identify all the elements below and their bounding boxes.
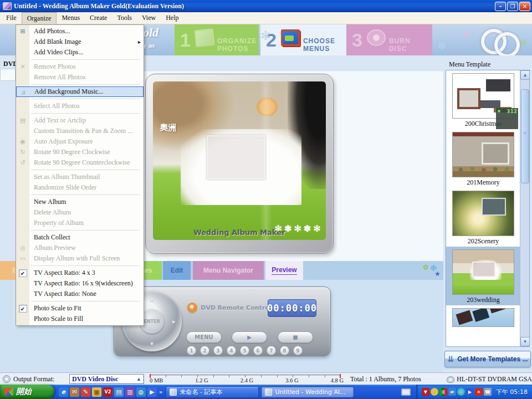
quicklaunch-paint-icon[interactable]: ✎ bbox=[81, 387, 90, 397]
tray-network-icon[interactable]: ⇄ bbox=[448, 388, 456, 396]
menu-item[interactable]: ▭ Display Album with Full Screen bbox=[16, 253, 144, 264]
template-item[interactable]: 201Memory bbox=[446, 129, 520, 188]
number-button[interactable]: 5 bbox=[240, 346, 249, 355]
menubar-file[interactable]: File bbox=[1, 12, 22, 24]
menu-item[interactable]: Add Video Clips... bbox=[16, 47, 144, 58]
get-more-templates-button[interactable]: ⇊ Get More Templates ... bbox=[444, 351, 531, 367]
menu-item-label: Display Album with Full Screen bbox=[29, 254, 141, 263]
tray-disabled-icon[interactable]: ✕ bbox=[475, 388, 483, 396]
menubar-tools[interactable]: Tools bbox=[112, 12, 137, 24]
number-button[interactable]: 8 bbox=[280, 346, 289, 355]
quicklaunch-antivirus-icon[interactable]: V2 bbox=[103, 387, 112, 397]
menu-item[interactable]: Add Blank Image ▸ bbox=[16, 37, 144, 47]
scale-label: 3.6 G bbox=[285, 377, 298, 383]
task-wedding-album-maker[interactable]: Untitled - Wedding Al... bbox=[261, 386, 354, 398]
menu-item[interactable]: ✕ Remove Photos bbox=[16, 62, 144, 72]
menu-item[interactable]: ◉ Auto Adjust Exposure bbox=[16, 136, 144, 147]
template-thumbnail[interactable] bbox=[452, 132, 514, 177]
template-item[interactable]: 200Christmas 312 bbox=[446, 70, 520, 129]
menu-item[interactable] bbox=[16, 228, 144, 232]
tray-alert-icon[interactable]: ▼ bbox=[422, 388, 429, 396]
template-thumbnail[interactable] bbox=[452, 191, 514, 236]
quicklaunch-ie-icon[interactable]: e bbox=[59, 387, 68, 397]
thumbnail-selection-rect[interactable] bbox=[207, 135, 265, 180]
menu-button[interactable]: MENU bbox=[186, 331, 222, 343]
tray-meter-icon[interactable]: ≣ bbox=[439, 388, 447, 396]
menu-item[interactable]: Property of Album bbox=[16, 218, 144, 228]
quicklaunch-mail-icon[interactable]: ✉ bbox=[70, 387, 79, 397]
menu-item[interactable]: Photo Scale to Fill bbox=[16, 314, 144, 324]
tray-status-icon[interactable]: ☉ bbox=[431, 388, 438, 396]
menubar-menus[interactable]: Menus bbox=[57, 12, 85, 24]
menu-item[interactable]: Batch Collect bbox=[16, 232, 144, 243]
dpad-right-icon[interactable]: ► bbox=[171, 319, 177, 325]
template-item[interactable]: 203wedding bbox=[446, 247, 520, 305]
language-keyboard-icon[interactable] bbox=[401, 388, 411, 396]
task-notepad[interactable]: 未命名 - 記事本 bbox=[166, 386, 259, 398]
menubar-create[interactable]: Create bbox=[85, 12, 112, 24]
menu-item[interactable] bbox=[16, 168, 144, 172]
menu-item[interactable]: ⊞ Add Photos... bbox=[16, 26, 144, 37]
scrollbar-thumb[interactable] bbox=[521, 89, 529, 183]
quicklaunch-media-player-icon[interactable]: ▶ bbox=[147, 387, 157, 397]
menubar-help[interactable]: Help bbox=[161, 12, 183, 24]
menu-item[interactable] bbox=[16, 264, 144, 268]
output-format-dropdown[interactable]: DVD Video Disc ▲ bbox=[69, 374, 144, 384]
menu-item[interactable]: Delete Album bbox=[16, 207, 144, 218]
number-button[interactable]: 2 bbox=[200, 346, 209, 355]
dpad-down-icon[interactable]: ▼ bbox=[149, 341, 155, 347]
menu-item[interactable]: TV Aspect Ratio: None bbox=[16, 289, 144, 299]
menu-item[interactable]: ↻ Rotate 90 Degree Clockwise bbox=[16, 147, 144, 157]
menu-item[interactable] bbox=[16, 111, 144, 115]
menu-item[interactable]: ✔ TV Aspect Ratio: 4 x 3 bbox=[16, 268, 144, 278]
template-listbox: 200Christmas 312 201Memory 202Scenery 20… bbox=[446, 70, 530, 347]
template-thumbnail[interactable] bbox=[452, 249, 514, 295]
quicklaunch-browser-icon[interactable]: ◍ bbox=[136, 387, 146, 397]
number-button[interactable]: 3 bbox=[213, 346, 223, 355]
menu-item[interactable]: New Album bbox=[16, 197, 144, 207]
template-item[interactable]: 202Scenery bbox=[446, 188, 520, 247]
menu-item[interactable]: Select All Photos bbox=[16, 101, 144, 111]
close-button[interactable]: ✕ bbox=[519, 2, 530, 11]
menu-item[interactable]: ♫ Add Background Music... bbox=[16, 86, 144, 97]
quicklaunch-reader-icon[interactable]: ▥ bbox=[125, 387, 135, 397]
menubar-organize[interactable]: Organize bbox=[22, 12, 57, 24]
dpad-up-icon[interactable]: ▲ bbox=[149, 296, 155, 302]
menu-item[interactable]: ▤ Add Text or Artclip bbox=[16, 115, 144, 126]
stop-button[interactable]: ■ bbox=[278, 331, 313, 343]
scrollbar[interactable]: ▲ ▼ bbox=[520, 70, 529, 346]
menu-item[interactable]: ◎ Album Preview bbox=[16, 243, 144, 253]
menu-item[interactable]: Randomize Slide Order bbox=[16, 182, 144, 193]
scroll-up-icon[interactable]: ▲ bbox=[520, 70, 530, 80]
number-button[interactable]: 4 bbox=[227, 346, 236, 355]
play-button[interactable]: ▶ bbox=[232, 331, 267, 343]
template-thumbnail[interactable] bbox=[452, 308, 514, 327]
quicklaunch-folder-icon[interactable]: ▣ bbox=[92, 387, 101, 397]
tray-device-icon[interactable]: ☎ bbox=[484, 388, 492, 396]
quicklaunch-overflow-icon[interactable]: » bbox=[159, 389, 162, 395]
menu-item[interactable] bbox=[16, 83, 144, 86]
menu-item[interactable]: Remove All Photos bbox=[16, 72, 144, 83]
menu-item[interactable]: ✔ Photo Scale to Fit bbox=[16, 303, 144, 314]
menubar-view[interactable]: View bbox=[137, 12, 161, 24]
menu-item[interactable] bbox=[16, 193, 144, 197]
menu-item[interactable]: Set as Album Thumbnail bbox=[16, 172, 144, 182]
tray-messenger-icon[interactable] bbox=[457, 388, 465, 396]
tray-media-icon[interactable]: ▶ bbox=[466, 388, 474, 396]
quicklaunch-document-icon[interactable]: ▤ bbox=[114, 387, 124, 397]
template-item[interactable] bbox=[446, 305, 520, 327]
menu-item[interactable] bbox=[16, 299, 144, 303]
menu-item[interactable]: TV Aspect Ratio: 16 x 9(widescreen) bbox=[16, 278, 144, 289]
menu-item[interactable] bbox=[16, 97, 144, 101]
minimize-button[interactable]: – bbox=[495, 2, 506, 11]
start-button[interactable]: 開始 bbox=[0, 385, 54, 399]
number-button[interactable]: 6 bbox=[253, 346, 263, 355]
menu-item[interactable] bbox=[16, 58, 144, 62]
number-button[interactable]: 7 bbox=[267, 346, 276, 355]
menu-item[interactable]: ↺ Rotate 90 Degree Counterclockwise bbox=[16, 157, 144, 168]
scroll-down-icon[interactable]: ▼ bbox=[520, 337, 530, 346]
number-button[interactable]: 9 bbox=[293, 346, 303, 355]
restore-button[interactable]: ❐ bbox=[507, 2, 518, 11]
menu-item[interactable]: Custom Transition & Pan & Zoom ... bbox=[16, 126, 144, 136]
number-button[interactable]: 1 bbox=[187, 346, 196, 355]
